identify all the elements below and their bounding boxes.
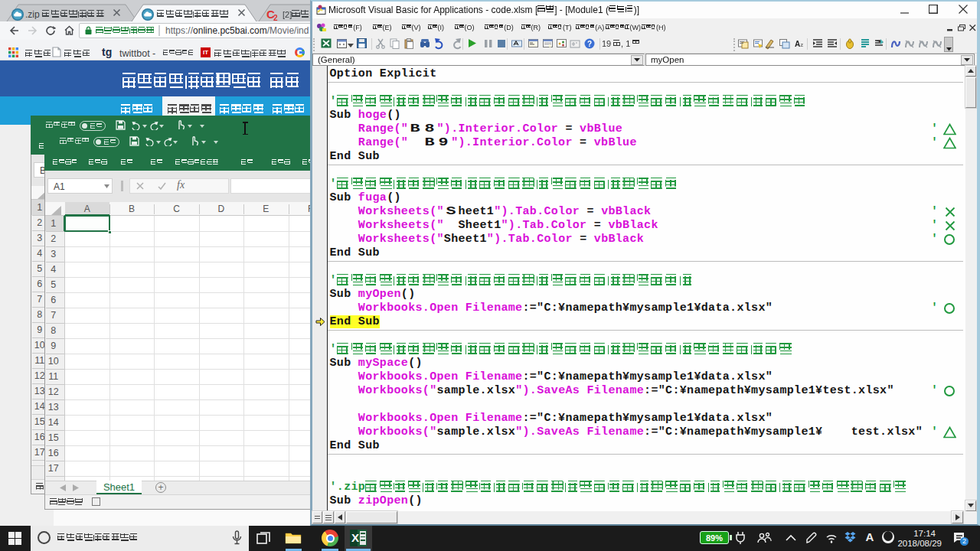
svg-text:?: ? xyxy=(587,40,592,48)
svg-text:Az: Az xyxy=(795,40,803,48)
